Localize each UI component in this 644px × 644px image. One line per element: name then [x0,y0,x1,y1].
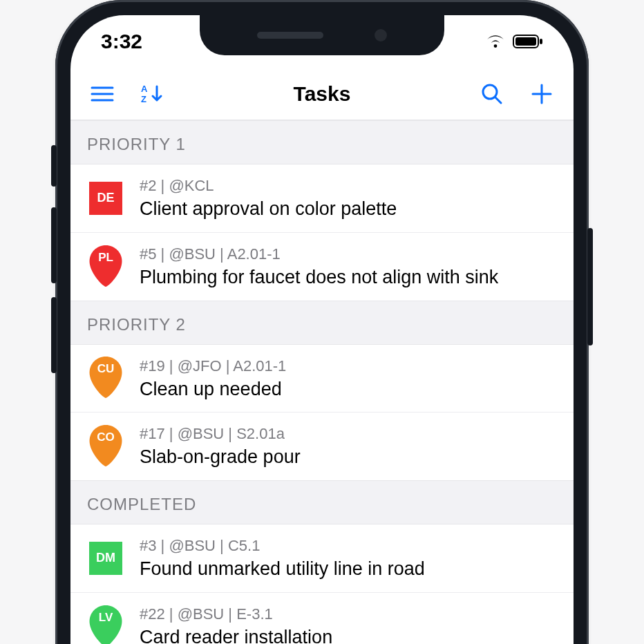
task-pin-icon: CO [88,425,123,468]
task-title: Card reader installation [140,626,557,644]
task-meta: #19 | @JFO | A2.01-1 [140,357,557,375]
task-row[interactable]: CU#19 | @JFO | A2.01-1Clean up needed [70,345,574,413]
phone-frame: 3:32 A Z Tasks [55,0,589,644]
task-title: Found unmarked utility line in road [140,558,557,581]
task-row[interactable]: LV#22 | @BSU | E-3.1Card reader installa… [70,592,574,644]
task-title: Plumbing for faucet does not align with … [140,266,557,290]
task-row[interactable]: DM#3 | @BSU | C5.1Found unmarked utility… [70,524,574,592]
section-header: PRIORITY 1 [70,120,574,164]
svg-rect-2 [540,39,542,44]
task-row[interactable]: DE#2 | @KCLClient approval on color pale… [70,164,574,232]
svg-rect-1 [515,37,536,46]
page-title: Tasks [294,82,351,106]
status-time: 3:32 [101,30,142,53]
notch [200,15,444,55]
task-meta: #3 | @BSU | C5.1 [140,537,557,555]
task-badge: DM [89,542,122,575]
menu-button[interactable] [87,79,117,109]
screen: 3:32 A Z Tasks [70,15,574,644]
task-pin-icon: PL [88,245,123,288]
nav-bar: A Z Tasks [70,68,574,120]
search-button[interactable] [477,79,507,109]
task-title: Clean up needed [140,378,557,401]
sort-button[interactable]: A Z [137,79,167,109]
task-title: Slab-on-grade pour [140,446,557,469]
task-badge: DE [89,182,122,215]
task-row[interactable]: PL#5 | @BSU | A2.01-1Plumbing for faucet… [70,232,574,301]
section-header: PRIORITY 2 [70,301,574,345]
section-header: COMPLETED [70,480,574,524]
task-pin-icon: CU [88,357,123,399]
svg-text:A: A [141,84,148,94]
wifi-icon [485,34,506,49]
battery-icon [513,34,543,49]
task-row[interactable]: CO#17 | @BSU | S2.01aSlab-on-grade pour [70,412,574,480]
task-meta: #2 | @KCL [140,177,557,195]
task-meta: #22 | @BSU | E-3.1 [140,605,557,623]
add-button[interactable] [527,79,557,109]
task-pin-icon: LV [88,605,123,644]
task-list: PRIORITY 1DE#2 | @KCLClient approval on … [70,120,574,644]
task-title: Client approval on color palette [140,198,557,221]
task-meta: #5 | @BSU | A2.01-1 [140,245,557,263]
svg-text:Z: Z [141,94,146,104]
task-meta: #17 | @BSU | S2.01a [140,425,557,443]
